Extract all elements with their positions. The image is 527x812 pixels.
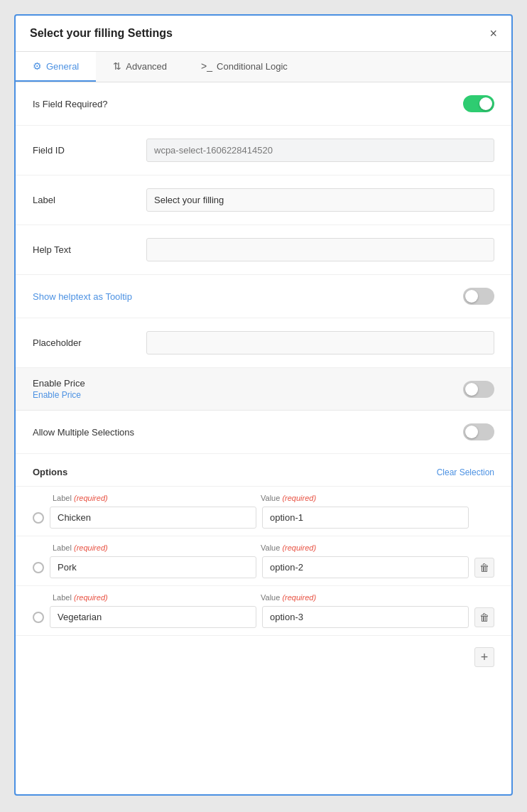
label-input[interactable] — [146, 188, 494, 212]
option-2-value-header: Value (required) — [261, 543, 463, 552]
option-2-label-input[interactable] — [50, 556, 256, 578]
option-row-3: Label (required) Value (required) 🗑 — [16, 585, 511, 635]
option-2-radio[interactable] — [33, 562, 44, 573]
field-row-multiple: Allow Multiple Selections — [16, 411, 511, 454]
clear-selection-button[interactable]: Clear Selection — [437, 467, 494, 477]
field-row-enable-price: Enable Price Enable Price — [16, 368, 511, 411]
option-row-2: Label (required) Value (required) 🗑 — [16, 536, 511, 585]
option-1-label-input[interactable] — [50, 507, 256, 529]
option-3-label-header: Label (required) — [53, 593, 255, 602]
multiple-toggle[interactable] — [463, 423, 494, 440]
tab-advanced[interactable]: ⇅ Advanced — [96, 52, 184, 82]
option-1-labels: Label (required) Value (required) — [33, 494, 494, 502]
option-3-value-header: Value (required) — [261, 593, 463, 602]
option-3-radio[interactable] — [33, 612, 44, 623]
tab-conditional-logic[interactable]: >_ Conditional Logic — [184, 52, 305, 82]
enable-price-sub[interactable]: Enable Price — [33, 390, 85, 400]
option-1-value-input[interactable] — [262, 507, 469, 529]
placeholder-label: Placeholder — [33, 337, 132, 348]
enable-price-text: Enable Price Enable Price — [33, 378, 85, 400]
add-option-button[interactable]: + — [474, 647, 494, 667]
option-2-delete-button[interactable]: 🗑 — [474, 558, 494, 578]
option-3-value-input[interactable] — [262, 606, 469, 628]
option-1-value-required: (required) — [282, 494, 316, 502]
add-option-row: + — [16, 635, 511, 678]
field-row-label: Label — [16, 175, 511, 225]
tooltip-toggle-slider — [463, 288, 494, 305]
tooltip-label[interactable]: Show helptext as Tooltip — [33, 291, 132, 302]
option-3-label-input[interactable] — [50, 606, 256, 628]
option-3-inputs: 🗑 — [33, 606, 494, 628]
options-title: Options — [33, 467, 67, 477]
field-row-required: Is Field Required? — [16, 82, 511, 126]
multiple-label: Allow Multiple Selections — [33, 427, 134, 438]
option-2-label-required: (required) — [74, 543, 108, 552]
option-2-labels: Label (required) Value (required) — [33, 543, 494, 552]
option-1-value-header: Value (required) — [261, 494, 463, 502]
required-toggle-slider — [463, 95, 494, 112]
code-icon: >_ — [201, 60, 212, 72]
field-id-input[interactable] — [146, 139, 494, 162]
option-1-label-header: Label (required) — [53, 494, 255, 502]
enable-price-toggle-slider — [463, 381, 494, 398]
option-2-label-header: Label (required) — [53, 543, 255, 552]
gear-icon: ⚙ — [33, 60, 42, 72]
option-3-delete-button[interactable]: 🗑 — [474, 607, 494, 627]
tab-advanced-label: Advanced — [126, 61, 167, 72]
enable-price-title: Enable Price — [33, 378, 85, 389]
tab-conditional-logic-label: Conditional Logic — [217, 61, 288, 72]
field-row-id: Field ID — [16, 126, 511, 175]
option-1-radio[interactable] — [33, 512, 44, 524]
tab-general[interactable]: ⚙ General — [16, 52, 96, 82]
option-2-value-input[interactable] — [262, 556, 469, 578]
modal-title: Select your filling Settings — [30, 27, 173, 40]
option-1-inputs — [33, 507, 494, 529]
option-2-inputs: 🗑 — [33, 556, 494, 578]
placeholder-input[interactable] — [146, 331, 494, 354]
modal-header: Select your filling Settings × — [16, 16, 511, 52]
settings-modal: Select your filling Settings × ⚙ General… — [14, 14, 513, 796]
field-id-label: Field ID — [33, 145, 132, 156]
options-header: Options Clear Selection — [16, 454, 511, 486]
field-row-tooltip: Show helptext as Tooltip — [16, 275, 511, 318]
required-toggle[interactable] — [463, 95, 494, 112]
help-text-input[interactable] — [146, 238, 494, 261]
multiple-toggle-slider — [463, 423, 494, 440]
tab-general-label: General — [46, 61, 79, 72]
tab-bar: ⚙ General ⇅ Advanced >_ Conditional Logi… — [16, 52, 511, 82]
option-3-value-required: (required) — [282, 593, 316, 602]
field-row-placeholder: Placeholder — [16, 318, 511, 368]
sliders-icon: ⇅ — [113, 60, 121, 72]
label-field-label: Label — [33, 195, 132, 205]
option-1-label-required: (required) — [74, 494, 108, 502]
option-row-1: Label (required) Value (required) — [16, 486, 511, 536]
option-3-label-required: (required) — [74, 593, 108, 602]
help-text-label: Help Text — [33, 244, 132, 255]
close-button[interactable]: × — [489, 27, 497, 40]
modal-content: Is Field Required? Field ID Label Help T… — [16, 82, 511, 678]
tooltip-toggle[interactable] — [463, 288, 494, 305]
option-3-labels: Label (required) Value (required) — [33, 593, 494, 602]
option-2-value-required: (required) — [282, 543, 316, 552]
enable-price-toggle[interactable] — [463, 381, 494, 398]
required-label: Is Field Required? — [33, 99, 132, 109]
field-row-help-text: Help Text — [16, 225, 511, 275]
